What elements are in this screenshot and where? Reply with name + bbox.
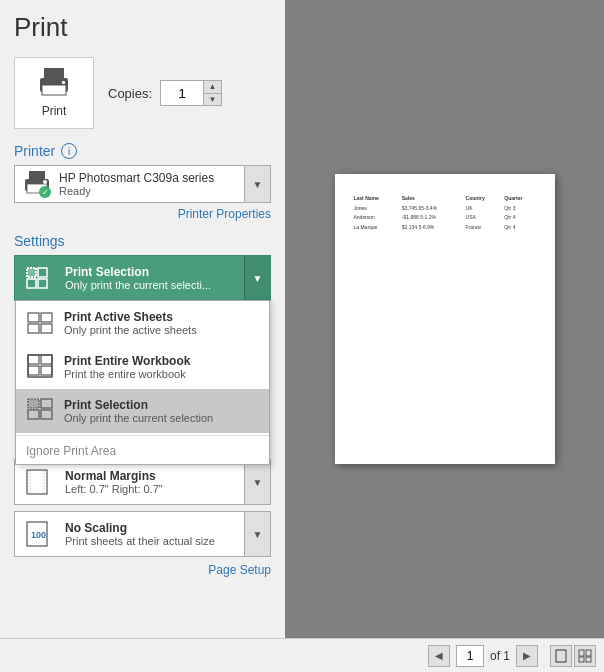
svg-rect-9 [38, 268, 47, 277]
menu-selection-desc: Only print the current selection [64, 412, 261, 424]
printer-icon [36, 68, 72, 98]
svg-rect-10 [27, 279, 36, 288]
menu-active-sheets[interactable]: Print Active Sheets Only print the activ… [16, 301, 269, 345]
printer-selector[interactable]: ✓ HP Photosmart C309a series Ready ▼ [14, 165, 271, 203]
svg-rect-18 [41, 355, 52, 364]
copies-down-button[interactable]: ▼ [203, 94, 221, 106]
svg-rect-23 [41, 399, 52, 408]
margins-text: Normal Margins Left: 0.7" Right: 0.7" [59, 460, 244, 504]
preview-header-quarter: Quarter [501, 194, 538, 204]
svg-rect-34 [579, 657, 584, 662]
svg-rect-5 [29, 171, 45, 179]
margins-page-icon [24, 468, 50, 496]
single-page-view-button[interactable] [550, 645, 572, 667]
bottom-nav: ◀ of 1 ▶ [0, 638, 604, 672]
preview-header-lastname: Last Name [351, 194, 399, 204]
print-button[interactable]: Print [14, 57, 94, 129]
menu-entire-workbook[interactable]: Print Entire Workbook Print the entire w… [16, 345, 269, 389]
copies-spinner: ▲ ▼ [203, 81, 221, 105]
print-selection-desc: Only print the current selecti... [65, 279, 238, 291]
menu-selection-icon [24, 395, 56, 427]
svg-rect-15 [28, 324, 39, 333]
print-selection-title: Print Selection [65, 265, 238, 279]
multi-page-view-button[interactable] [574, 645, 596, 667]
printer-properties-link[interactable]: Printer Properties [14, 207, 271, 221]
page-setup-link[interactable]: Page Setup [14, 563, 271, 577]
print-selection-row: Print Selection Only print the current s… [15, 256, 270, 300]
svg-rect-22 [28, 399, 39, 408]
menu-print-selection[interactable]: Print Selection Only print the current s… [16, 389, 269, 433]
print-selection-arrow[interactable]: ▼ [244, 256, 270, 300]
printer-select-content: ✓ HP Photosmart C309a series Ready [15, 166, 244, 202]
active-sheets-icon [24, 307, 56, 339]
copies-up-button[interactable]: ▲ [203, 81, 221, 94]
svg-rect-33 [586, 650, 591, 656]
printer-header: Printer i [14, 143, 271, 159]
svg-rect-3 [62, 81, 65, 84]
svg-rect-20 [41, 366, 52, 375]
svg-rect-24 [28, 410, 39, 419]
preview-row: La Marque $2,134.5-6.9% France Qtr 4 [351, 223, 539, 233]
scaling-icon: 100 [15, 512, 59, 556]
copies-label: Copies: [108, 86, 152, 101]
page-number-input[interactable] [456, 645, 484, 667]
single-page-icon [554, 649, 568, 663]
scaling-title: No Scaling [65, 521, 238, 535]
margins-icon [15, 460, 59, 504]
margins-desc: Left: 0.7" Right: 0.7" [65, 483, 238, 495]
printer-section: Printer i ✓ [14, 143, 271, 221]
view-icons [550, 645, 596, 667]
entire-workbook-desc: Print the entire workbook [64, 368, 261, 380]
printer-status-badge: ✓ [39, 186, 51, 198]
ignore-print-area[interactable]: Ignore Print Area [16, 438, 269, 464]
margins-dropdown[interactable]: Normal Margins Left: 0.7" Right: 0.7" ▼ [14, 459, 271, 505]
print-selection-icon [15, 256, 59, 300]
svg-rect-19 [28, 366, 39, 375]
svg-rect-2 [42, 85, 66, 95]
svg-rect-1 [44, 68, 64, 78]
settings-section: Settings Print Selectio [14, 233, 271, 577]
print-selection-dropdown[interactable]: Print Selection Only print the current s… [14, 255, 271, 301]
svg-rect-16 [41, 324, 52, 333]
multi-page-icon [578, 649, 592, 663]
printer-info-icon[interactable]: i [61, 143, 77, 159]
scaling-dropdown[interactable]: 100 No Scaling Print sheets at their act… [14, 511, 271, 557]
selection-grid-icon [25, 266, 49, 290]
active-sheets-text: Print Active Sheets Only print the activ… [64, 310, 261, 336]
copies-input-wrapper: ▲ ▼ [160, 80, 222, 106]
menu-selection-title: Print Selection [64, 398, 261, 412]
entire-workbook-text: Print Entire Workbook Print the entire w… [64, 354, 261, 380]
entire-workbook-icon [24, 351, 56, 383]
scaling-row: 100 No Scaling Print sheets at their act… [15, 512, 270, 556]
entire-workbook-title: Print Entire Workbook [64, 354, 261, 368]
settings-header: Settings [14, 233, 271, 249]
preview-panel: Last Name Sales Country Quarter Jones $3… [285, 0, 604, 638]
menu-separator [16, 435, 269, 436]
svg-point-7 [43, 180, 47, 184]
svg-rect-12 [27, 268, 36, 277]
print-button-label: Print [42, 104, 67, 118]
print-selection-text: Print Selection Only print the current s… [59, 256, 244, 300]
scaling-desc: Print sheets at their actual size [65, 535, 238, 547]
preview-table: Last Name Sales Country Quarter Jones $3… [351, 194, 539, 232]
print-options-menu: Print Active Sheets Only print the activ… [15, 300, 270, 465]
preview-row: Anderson -$1,988.5-1.2% USA Qtr 4 [351, 213, 539, 223]
menu-selection-text: Print Selection Only print the current s… [64, 398, 261, 424]
printer-dropdown-arrow[interactable]: ▼ [244, 166, 270, 202]
margins-arrow[interactable]: ▼ [244, 460, 270, 504]
preview-row: Jones $3,745.65-3.4% UK Qtr 3 [351, 204, 539, 214]
page-title: Print [14, 12, 271, 43]
print-area: Print Copies: ▲ ▼ [14, 57, 271, 129]
preview-page: Last Name Sales Country Quarter Jones $3… [335, 174, 555, 464]
scaling-arrow[interactable]: ▼ [244, 512, 270, 556]
prev-page-button[interactable]: ◀ [428, 645, 450, 667]
next-page-button[interactable]: ▶ [516, 645, 538, 667]
of-text: of 1 [490, 649, 510, 663]
svg-text:100: 100 [31, 530, 46, 540]
svg-rect-35 [586, 657, 591, 662]
copies-input[interactable] [161, 81, 203, 105]
svg-rect-32 [579, 650, 584, 656]
margins-row: Normal Margins Left: 0.7" Right: 0.7" ▼ [15, 460, 270, 504]
active-sheets-desc: Only print the active sheets [64, 324, 261, 336]
preview-header-country: Country [463, 194, 502, 204]
